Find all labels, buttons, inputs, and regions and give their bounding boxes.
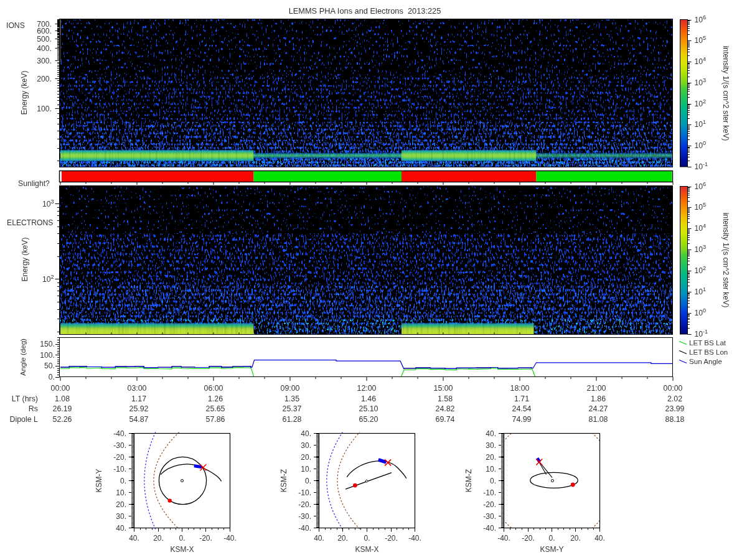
svg-text:100.: 100. [37,105,52,113]
svg-text:26.19: 26.19 [52,404,72,413]
svg-text:Angle (deg): Angle (deg) [19,338,27,376]
svg-text:20.: 20. [486,453,496,462]
svg-text:20.: 20. [153,534,164,543]
svg-text:0.: 0. [305,477,311,485]
svg-text:Rs: Rs [29,404,38,413]
svg-text:intensity 1/(s cm^2 ster keV): intensity 1/(s cm^2 ster keV) [721,46,730,141]
svg-text:1.58: 1.58 [438,394,453,403]
svg-text:20.: 20. [116,500,126,509]
svg-text:10.: 10. [486,465,496,474]
svg-text:1.86: 1.86 [591,394,606,403]
svg-text:LET BS Lon: LET BS Lon [689,348,728,356]
svg-text:-20.: -20. [113,453,126,462]
svg-text:Sun Angle: Sun Angle [689,357,722,365]
svg-text:61.28: 61.28 [282,415,301,424]
svg-text:Dipole L: Dipole L [10,415,39,424]
svg-text:24.27: 24.27 [588,404,608,413]
svg-text:0.: 0. [120,477,126,485]
svg-text:1.26: 1.26 [208,394,223,403]
svg-text:1.17: 1.17 [131,394,146,403]
svg-text:ELECTRONS: ELECTRONS [7,218,54,227]
svg-text:400.: 400. [37,44,52,53]
svg-text:200.: 200. [37,75,52,83]
svg-text:-30.: -30. [298,512,311,521]
svg-text:0.: 0. [548,534,555,543]
svg-text:40.: 40. [314,534,324,543]
svg-text:03:00: 03:00 [127,384,146,393]
svg-text:-10.: -10. [113,465,126,474]
svg-text:-20.: -20. [385,534,398,543]
svg-text:KSM-Z: KSM-Z [464,469,473,492]
svg-text:18:00: 18:00 [510,384,529,393]
svg-text:1.71: 1.71 [514,394,529,403]
svg-text:-40.: -40. [223,534,237,543]
svg-text:-10.: -10. [483,488,496,497]
svg-text:30.: 30. [486,441,496,450]
svg-text:-40.: -40. [483,524,496,533]
svg-text:2.02: 2.02 [667,394,682,403]
svg-text:74.99: 74.99 [512,415,531,424]
svg-text:1.35: 1.35 [284,394,299,403]
svg-text:0.: 0. [364,534,370,543]
svg-text:-30.: -30. [113,441,126,450]
svg-text:Energy (keV): Energy (keV) [21,237,29,281]
svg-text:300.: 300. [37,57,52,65]
svg-text:KSM-X: KSM-X [170,545,194,554]
svg-text:150.: 150. [40,340,55,348]
svg-text:06:00: 06:00 [204,384,223,393]
svg-text:-10.: -10. [298,488,311,497]
svg-text:-20.: -20. [298,500,311,509]
svg-text:-40.: -40. [113,429,126,438]
svg-text:00:00: 00:00 [663,384,682,393]
svg-text:KSM-Z: KSM-Z [280,469,288,492]
svg-text:20.: 20. [301,453,311,462]
svg-text:40.: 40. [301,429,311,438]
svg-text:30.: 30. [116,512,126,521]
svg-text:-40.: -40. [408,534,421,543]
svg-text:57.86: 57.86 [205,415,225,424]
svg-text:24.82: 24.82 [435,404,454,413]
svg-text:40.: 40. [486,429,496,438]
svg-text:intensity 1/(s cm^2 ster keV): intensity 1/(s cm^2 ster keV) [721,213,730,308]
svg-text:09:00: 09:00 [280,384,299,393]
svg-text:500.: 500. [37,35,52,44]
svg-text:100.: 100. [40,351,55,360]
svg-text:KSM-Y: KSM-Y [95,469,103,492]
svg-text:40.: 40. [594,534,605,543]
svg-text:65.20: 65.20 [359,415,378,424]
svg-text:IONS: IONS [6,21,25,30]
svg-text:-40.: -40. [497,534,510,543]
svg-text:40.: 40. [129,534,139,543]
svg-text:LEMMS PHA Ions and Electrons: LEMMS PHA Ions and Electrons 2013:225 [289,6,441,16]
svg-text:40.: 40. [116,524,126,533]
svg-text:00:00: 00:00 [50,384,70,393]
svg-text:52.26: 52.26 [52,415,72,424]
svg-text:50.: 50. [44,362,55,370]
svg-text:Energy (keV): Energy (keV) [20,70,29,114]
svg-text:1.46: 1.46 [361,394,376,403]
svg-text:-40.: -40. [298,524,311,533]
svg-text:-30.: -30. [483,512,496,521]
svg-text:81.08: 81.08 [588,415,608,424]
svg-text:10.: 10. [301,465,311,474]
svg-text:15:00: 15:00 [433,384,453,393]
svg-text:0.: 0. [49,373,55,381]
svg-text:LET BS Lat: LET BS Lat [689,338,726,347]
svg-text:23.99: 23.99 [665,404,684,413]
svg-text:25.10: 25.10 [359,404,378,413]
svg-text:1.08: 1.08 [55,394,70,403]
svg-text:Sunlight?: Sunlight? [18,179,50,188]
svg-text:LT (hrs): LT (hrs) [12,394,38,403]
svg-text:10.: 10. [116,488,126,497]
svg-text:0.: 0. [490,477,496,485]
svg-text:25.37: 25.37 [282,404,301,413]
svg-text:700.: 700. [37,20,52,29]
svg-text:88.18: 88.18 [665,415,684,424]
svg-text:30.: 30. [301,441,311,450]
svg-text:20.: 20. [337,534,348,543]
svg-text:25.92: 25.92 [129,404,148,413]
svg-text:21:00: 21:00 [586,384,606,393]
svg-text:54.87: 54.87 [129,415,148,424]
svg-text:25.65: 25.65 [205,404,225,413]
svg-text:12:00: 12:00 [357,384,376,393]
